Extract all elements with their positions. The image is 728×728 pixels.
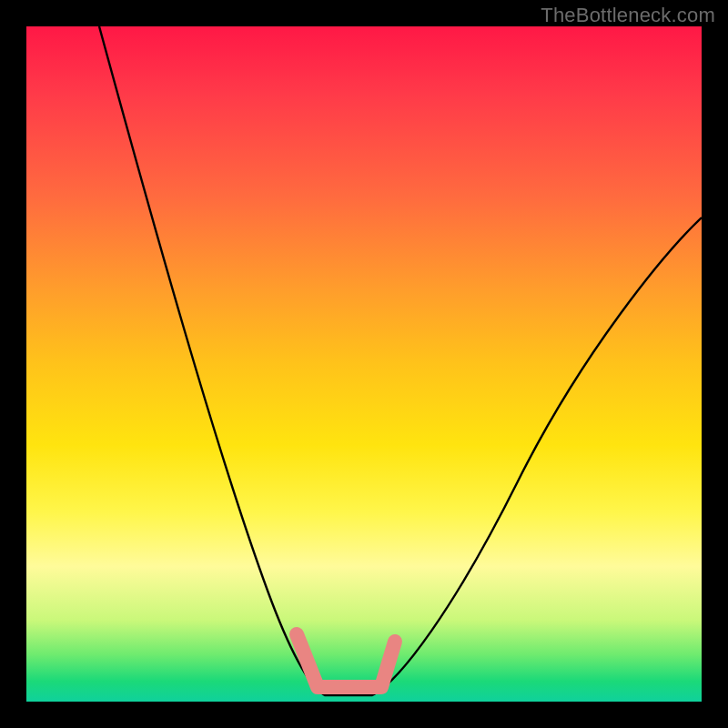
bottleneck-curve (99, 26, 702, 695)
watermark-text: TheBottleneck.com (541, 4, 715, 27)
chart-overlay (26, 26, 702, 702)
optimal-range-marker (297, 634, 395, 687)
chart-area (26, 26, 702, 702)
